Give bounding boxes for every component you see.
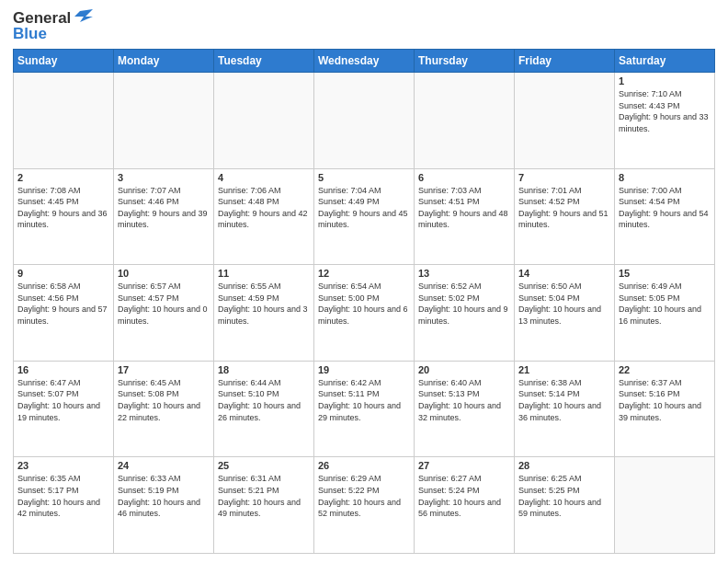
calendar-cell xyxy=(615,457,715,554)
day-info: Sunrise: 7:07 AM Sunset: 4:46 PM Dayligh… xyxy=(118,185,210,231)
svg-marker-0 xyxy=(74,9,93,22)
calendar-cell: 27Sunrise: 6:27 AM Sunset: 5:24 PM Dayli… xyxy=(415,457,515,554)
day-info: Sunrise: 7:01 AM Sunset: 4:52 PM Dayligh… xyxy=(518,185,610,231)
day-info: Sunrise: 6:35 AM Sunset: 5:17 PM Dayligh… xyxy=(17,473,109,519)
calendar-cell: 7Sunrise: 7:01 AM Sunset: 4:52 PM Daylig… xyxy=(515,168,615,265)
page-header: General Blue xyxy=(13,9,715,43)
calendar-cell xyxy=(314,73,415,169)
calendar-cell: 28Sunrise: 6:25 AM Sunset: 5:25 PM Dayli… xyxy=(515,457,615,554)
calendar-cell: 8Sunrise: 7:00 AM Sunset: 4:54 PM Daylig… xyxy=(615,168,715,265)
day-info: Sunrise: 7:06 AM Sunset: 4:48 PM Dayligh… xyxy=(218,185,310,231)
calendar-cell xyxy=(14,73,114,169)
calendar-cell: 12Sunrise: 6:54 AM Sunset: 5:00 PM Dayli… xyxy=(314,265,415,362)
col-header-monday: Monday xyxy=(114,50,214,73)
calendar-cell: 19Sunrise: 6:42 AM Sunset: 5:11 PM Dayli… xyxy=(314,361,415,457)
calendar-cell: 24Sunrise: 6:33 AM Sunset: 5:19 PM Dayli… xyxy=(114,457,214,554)
day-info: Sunrise: 6:29 AM Sunset: 5:22 PM Dayligh… xyxy=(318,473,410,519)
day-number: 7 xyxy=(518,172,610,183)
day-info: Sunrise: 6:54 AM Sunset: 5:00 PM Dayligh… xyxy=(318,281,410,327)
day-number: 17 xyxy=(118,364,210,375)
day-info: Sunrise: 6:47 AM Sunset: 5:07 PM Dayligh… xyxy=(17,377,109,423)
day-info: Sunrise: 6:45 AM Sunset: 5:08 PM Dayligh… xyxy=(118,377,210,423)
calendar-cell: 4Sunrise: 7:06 AM Sunset: 4:48 PM Daylig… xyxy=(214,168,314,265)
day-info: Sunrise: 7:04 AM Sunset: 4:49 PM Dayligh… xyxy=(318,185,410,231)
col-header-tuesday: Tuesday xyxy=(214,50,314,73)
day-info: Sunrise: 6:27 AM Sunset: 5:24 PM Dayligh… xyxy=(418,473,510,519)
calendar-week-row: 16Sunrise: 6:47 AM Sunset: 5:07 PM Dayli… xyxy=(14,361,715,457)
day-info: Sunrise: 6:49 AM Sunset: 5:05 PM Dayligh… xyxy=(619,281,711,327)
day-number: 8 xyxy=(619,172,711,183)
day-info: Sunrise: 6:44 AM Sunset: 5:10 PM Dayligh… xyxy=(218,377,310,423)
calendar-cell: 11Sunrise: 6:55 AM Sunset: 4:59 PM Dayli… xyxy=(214,265,314,362)
day-number: 26 xyxy=(318,460,410,471)
day-number: 18 xyxy=(218,364,310,375)
day-number: 10 xyxy=(118,268,210,279)
col-header-saturday: Saturday xyxy=(615,50,715,73)
day-info: Sunrise: 6:33 AM Sunset: 5:19 PM Dayligh… xyxy=(118,473,210,519)
day-number: 5 xyxy=(318,172,410,183)
calendar-week-row: 2Sunrise: 7:08 AM Sunset: 4:45 PM Daylig… xyxy=(14,168,715,265)
day-info: Sunrise: 6:37 AM Sunset: 5:16 PM Dayligh… xyxy=(619,377,711,423)
calendar-cell: 15Sunrise: 6:49 AM Sunset: 5:05 PM Dayli… xyxy=(615,265,715,362)
calendar-cell: 20Sunrise: 6:40 AM Sunset: 5:13 PM Dayli… xyxy=(415,361,515,457)
calendar-cell: 6Sunrise: 7:03 AM Sunset: 4:51 PM Daylig… xyxy=(415,168,515,265)
day-number: 19 xyxy=(318,364,410,375)
calendar-week-row: 23Sunrise: 6:35 AM Sunset: 5:17 PM Dayli… xyxy=(14,457,715,554)
day-info: Sunrise: 6:25 AM Sunset: 5:25 PM Dayligh… xyxy=(518,473,610,519)
calendar-table: SundayMondayTuesdayWednesdayThursdayFrid… xyxy=(13,49,715,554)
calendar-header-row: SundayMondayTuesdayWednesdayThursdayFrid… xyxy=(14,50,715,73)
day-number: 16 xyxy=(17,364,109,375)
day-info: Sunrise: 6:55 AM Sunset: 4:59 PM Dayligh… xyxy=(218,281,310,327)
day-number: 9 xyxy=(17,268,109,279)
calendar-cell xyxy=(415,73,515,169)
calendar-cell: 9Sunrise: 6:58 AM Sunset: 4:56 PM Daylig… xyxy=(14,265,114,362)
day-number: 4 xyxy=(218,172,310,183)
calendar-cell: 25Sunrise: 6:31 AM Sunset: 5:21 PM Dayli… xyxy=(214,457,314,554)
day-number: 22 xyxy=(619,364,711,375)
day-number: 28 xyxy=(518,460,610,471)
calendar-cell: 1Sunrise: 7:10 AM Sunset: 4:43 PM Daylig… xyxy=(615,73,715,169)
calendar-cell: 21Sunrise: 6:38 AM Sunset: 5:14 PM Dayli… xyxy=(515,361,615,457)
calendar-cell: 16Sunrise: 6:47 AM Sunset: 5:07 PM Dayli… xyxy=(14,361,114,457)
logo: General Blue xyxy=(13,9,93,43)
logo-bird-icon xyxy=(73,7,93,28)
day-info: Sunrise: 6:42 AM Sunset: 5:11 PM Dayligh… xyxy=(318,377,410,423)
day-info: Sunrise: 6:40 AM Sunset: 5:13 PM Dayligh… xyxy=(418,377,510,423)
day-info: Sunrise: 6:50 AM Sunset: 5:04 PM Dayligh… xyxy=(518,281,610,327)
calendar-cell: 17Sunrise: 6:45 AM Sunset: 5:08 PM Dayli… xyxy=(114,361,214,457)
calendar-cell: 22Sunrise: 6:37 AM Sunset: 5:16 PM Dayli… xyxy=(615,361,715,457)
calendar-cell xyxy=(515,73,615,169)
calendar-week-row: 1Sunrise: 7:10 AM Sunset: 4:43 PM Daylig… xyxy=(14,73,715,169)
day-number: 11 xyxy=(218,268,310,279)
day-number: 12 xyxy=(318,268,410,279)
day-info: Sunrise: 6:31 AM Sunset: 5:21 PM Dayligh… xyxy=(218,473,310,519)
calendar-cell: 26Sunrise: 6:29 AM Sunset: 5:22 PM Dayli… xyxy=(314,457,415,554)
calendar-cell xyxy=(114,73,214,169)
calendar-cell: 3Sunrise: 7:07 AM Sunset: 4:46 PM Daylig… xyxy=(114,168,214,265)
day-number: 21 xyxy=(518,364,610,375)
calendar-cell xyxy=(214,73,314,169)
logo-text-blue: Blue xyxy=(13,25,93,43)
col-header-friday: Friday xyxy=(515,50,615,73)
calendar-cell: 2Sunrise: 7:08 AM Sunset: 4:45 PM Daylig… xyxy=(14,168,114,265)
day-info: Sunrise: 6:58 AM Sunset: 4:56 PM Dayligh… xyxy=(17,281,109,327)
day-info: Sunrise: 7:00 AM Sunset: 4:54 PM Dayligh… xyxy=(619,185,711,231)
day-info: Sunrise: 6:52 AM Sunset: 5:02 PM Dayligh… xyxy=(418,281,510,327)
calendar-cell: 14Sunrise: 6:50 AM Sunset: 5:04 PM Dayli… xyxy=(515,265,615,362)
day-info: Sunrise: 6:38 AM Sunset: 5:14 PM Dayligh… xyxy=(518,377,610,423)
day-info: Sunrise: 6:57 AM Sunset: 4:57 PM Dayligh… xyxy=(118,281,210,327)
day-number: 2 xyxy=(17,172,109,183)
day-number: 27 xyxy=(418,460,510,471)
day-number: 23 xyxy=(17,460,109,471)
calendar-cell: 5Sunrise: 7:04 AM Sunset: 4:49 PM Daylig… xyxy=(314,168,415,265)
day-number: 13 xyxy=(418,268,510,279)
day-number: 14 xyxy=(518,268,610,279)
calendar-cell: 23Sunrise: 6:35 AM Sunset: 5:17 PM Dayli… xyxy=(14,457,114,554)
day-info: Sunrise: 7:03 AM Sunset: 4:51 PM Dayligh… xyxy=(418,185,510,231)
calendar-cell: 18Sunrise: 6:44 AM Sunset: 5:10 PM Dayli… xyxy=(214,361,314,457)
calendar-cell: 10Sunrise: 6:57 AM Sunset: 4:57 PM Dayli… xyxy=(114,265,214,362)
day-info: Sunrise: 7:08 AM Sunset: 4:45 PM Dayligh… xyxy=(17,185,109,231)
col-header-thursday: Thursday xyxy=(415,50,515,73)
day-number: 24 xyxy=(118,460,210,471)
col-header-sunday: Sunday xyxy=(14,50,114,73)
